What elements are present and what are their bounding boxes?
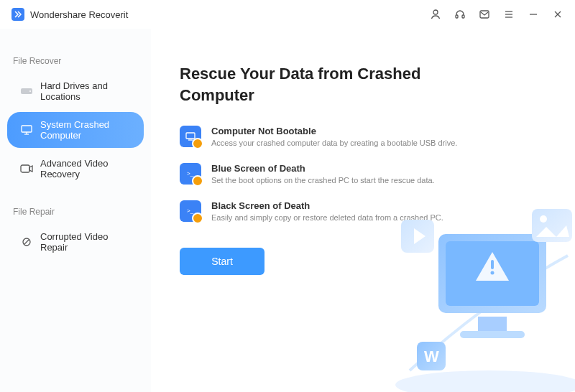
headset-icon[interactable] [454, 9, 466, 20]
feature-title: Computer Not Bootable [211, 126, 457, 136]
feature-text: Blue Screen of Death Set the boot option… [211, 163, 435, 185]
app-body: File Recover Hard Drives and Locations S… [0, 29, 575, 392]
sidebar-item-corrupted-video[interactable]: Corrupted Video Repair [7, 224, 144, 260]
feature-item: Computer Not Bootable Access your crashe… [180, 126, 546, 147]
svg-text:>_: >_ [187, 207, 194, 214]
mail-icon[interactable] [479, 9, 490, 20]
svg-rect-12 [22, 126, 32, 132]
svg-text:W: W [424, 347, 439, 365]
svg-rect-1 [456, 15, 458, 18]
wrench-icon [20, 235, 33, 248]
svg-marker-29 [414, 228, 426, 244]
blue-screen-icon: >_ [180, 163, 201, 185]
minimize-icon[interactable] [528, 9, 539, 20]
feature-item: >_ Blue Screen of Death Set the boot opt… [180, 163, 546, 185]
svg-rect-2 [462, 15, 464, 18]
svg-rect-24 [478, 317, 507, 331]
sidebar-item-label: Corrupted Video Repair [40, 231, 131, 253]
sidebar-item-label: System Crashed Computer [40, 119, 131, 141]
feature-desc: Access your crashed computer data by cre… [211, 139, 457, 147]
app-title: Wondershare Recoverit [30, 9, 128, 20]
svg-text:>_: >_ [187, 170, 194, 177]
feature-item: >_ Black Screen of Death Easily and simp… [180, 200, 546, 222]
svg-rect-28 [401, 220, 434, 253]
black-screen-icon: >_ [180, 200, 201, 222]
feature-desc: Set the boot options on the crashed PC t… [211, 176, 435, 185]
sidebar-item-crashed-computer[interactable]: System Crashed Computer [7, 112, 144, 148]
monitor-icon [20, 123, 33, 136]
svg-point-11 [29, 90, 31, 92]
feature-text: Black Screen of Death Easily and simply … [211, 200, 443, 222]
svg-rect-27 [491, 260, 494, 269]
sidebar-item-video-recovery[interactable]: Advanced Video Recovery [7, 151, 144, 187]
main-content: Rescue Your Data from Crashed Computer C… [151, 29, 575, 392]
svg-rect-17 [186, 133, 195, 139]
sidebar-item-label: Advanced Video Recovery [40, 158, 131, 179]
svg-rect-22 [438, 234, 546, 313]
svg-rect-3 [480, 11, 489, 18]
drive-icon [20, 85, 33, 98]
app-logo-icon [12, 8, 24, 21]
svg-rect-23 [446, 241, 539, 306]
video-icon [20, 162, 33, 175]
close-icon[interactable] [552, 9, 564, 20]
sidebar-item-label: Hard Drives and Locations [40, 80, 131, 102]
app-brand: Wondershare Recoverit [12, 8, 128, 21]
feature-text: Computer Not Bootable Access your crashe… [211, 126, 457, 147]
sidebar-section-label: File Recover [0, 52, 151, 70]
svg-rect-15 [21, 165, 29, 172]
feature-list: Computer Not Bootable Access your crashe… [180, 126, 546, 222]
sidebar-section-label: File Repair [0, 202, 151, 221]
titlebar-actions [430, 9, 564, 20]
svg-rect-25 [460, 331, 525, 338]
svg-point-26 [491, 271, 494, 275]
svg-point-21 [395, 370, 575, 392]
menu-icon[interactable] [503, 9, 515, 20]
feature-title: Blue Screen of Death [211, 163, 435, 174]
user-icon[interactable] [430, 9, 441, 20]
feature-title: Black Screen of Death [211, 200, 443, 211]
titlebar: Wondershare Recoverit [0, 0, 575, 29]
svg-point-0 [433, 10, 438, 14]
start-button[interactable]: Start [180, 248, 264, 275]
sidebar: File Recover Hard Drives and Locations S… [0, 29, 151, 392]
page-title: Rescue Your Data from Crashed Computer [180, 63, 424, 106]
svg-rect-32 [417, 342, 446, 370]
computer-not-bootable-icon [180, 126, 201, 147]
sidebar-item-hard-drives[interactable]: Hard Drives and Locations [7, 73, 144, 109]
feature-desc: Easily and simply copy or restore delete… [211, 213, 443, 222]
